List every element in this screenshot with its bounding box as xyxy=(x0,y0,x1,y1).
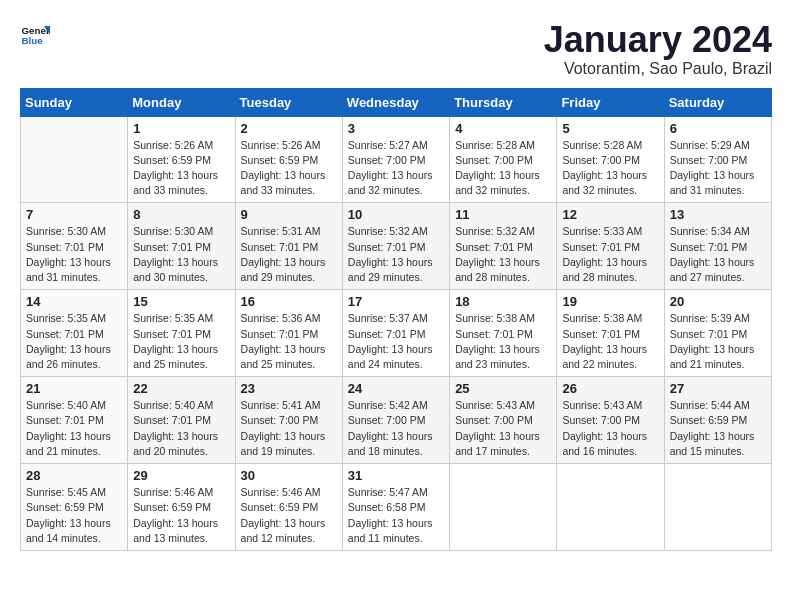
day-number: 17 xyxy=(348,294,444,309)
day-detail: Sunrise: 5:38 AM Sunset: 7:01 PM Dayligh… xyxy=(562,311,658,372)
day-number: 29 xyxy=(133,468,229,483)
day-number: 26 xyxy=(562,381,658,396)
calendar-cell xyxy=(21,116,128,203)
day-number: 13 xyxy=(670,207,766,222)
calendar-cell: 6Sunrise: 5:29 AM Sunset: 7:00 PM Daylig… xyxy=(664,116,771,203)
day-detail: Sunrise: 5:28 AM Sunset: 7:00 PM Dayligh… xyxy=(455,138,551,199)
calendar-header-row: SundayMondayTuesdayWednesdayThursdayFrid… xyxy=(21,88,772,116)
day-detail: Sunrise: 5:43 AM Sunset: 7:00 PM Dayligh… xyxy=(562,398,658,459)
day-detail: Sunrise: 5:44 AM Sunset: 6:59 PM Dayligh… xyxy=(670,398,766,459)
day-detail: Sunrise: 5:43 AM Sunset: 7:00 PM Dayligh… xyxy=(455,398,551,459)
day-detail: Sunrise: 5:34 AM Sunset: 7:01 PM Dayligh… xyxy=(670,224,766,285)
calendar-cell: 3Sunrise: 5:27 AM Sunset: 7:00 PM Daylig… xyxy=(342,116,449,203)
calendar-cell: 19Sunrise: 5:38 AM Sunset: 7:01 PM Dayli… xyxy=(557,290,664,377)
svg-text:Blue: Blue xyxy=(22,35,44,46)
month-title: January 2024 xyxy=(544,20,772,60)
calendar-cell: 5Sunrise: 5:28 AM Sunset: 7:00 PM Daylig… xyxy=(557,116,664,203)
column-header-saturday: Saturday xyxy=(664,88,771,116)
calendar-week-3: 14Sunrise: 5:35 AM Sunset: 7:01 PM Dayli… xyxy=(21,290,772,377)
day-detail: Sunrise: 5:29 AM Sunset: 7:00 PM Dayligh… xyxy=(670,138,766,199)
calendar-cell: 12Sunrise: 5:33 AM Sunset: 7:01 PM Dayli… xyxy=(557,203,664,290)
day-number: 25 xyxy=(455,381,551,396)
day-number: 12 xyxy=(562,207,658,222)
day-detail: Sunrise: 5:26 AM Sunset: 6:59 PM Dayligh… xyxy=(241,138,337,199)
calendar-table: SundayMondayTuesdayWednesdayThursdayFrid… xyxy=(20,88,772,551)
day-detail: Sunrise: 5:47 AM Sunset: 6:58 PM Dayligh… xyxy=(348,485,444,546)
column-header-tuesday: Tuesday xyxy=(235,88,342,116)
calendar-cell: 10Sunrise: 5:32 AM Sunset: 7:01 PM Dayli… xyxy=(342,203,449,290)
title-area: January 2024 Votorantim, Sao Paulo, Braz… xyxy=(544,20,772,78)
calendar-cell xyxy=(664,464,771,551)
day-detail: Sunrise: 5:35 AM Sunset: 7:01 PM Dayligh… xyxy=(26,311,122,372)
day-number: 14 xyxy=(26,294,122,309)
calendar-week-2: 7Sunrise: 5:30 AM Sunset: 7:01 PM Daylig… xyxy=(21,203,772,290)
day-number: 20 xyxy=(670,294,766,309)
calendar-cell: 17Sunrise: 5:37 AM Sunset: 7:01 PM Dayli… xyxy=(342,290,449,377)
day-detail: Sunrise: 5:32 AM Sunset: 7:01 PM Dayligh… xyxy=(455,224,551,285)
day-detail: Sunrise: 5:27 AM Sunset: 7:00 PM Dayligh… xyxy=(348,138,444,199)
calendar-cell: 24Sunrise: 5:42 AM Sunset: 7:00 PM Dayli… xyxy=(342,377,449,464)
day-number: 1 xyxy=(133,121,229,136)
day-number: 6 xyxy=(670,121,766,136)
day-detail: Sunrise: 5:42 AM Sunset: 7:00 PM Dayligh… xyxy=(348,398,444,459)
day-detail: Sunrise: 5:32 AM Sunset: 7:01 PM Dayligh… xyxy=(348,224,444,285)
day-number: 24 xyxy=(348,381,444,396)
day-number: 22 xyxy=(133,381,229,396)
day-detail: Sunrise: 5:40 AM Sunset: 7:01 PM Dayligh… xyxy=(26,398,122,459)
day-number: 8 xyxy=(133,207,229,222)
location-subtitle: Votorantim, Sao Paulo, Brazil xyxy=(544,60,772,78)
calendar-cell: 28Sunrise: 5:45 AM Sunset: 6:59 PM Dayli… xyxy=(21,464,128,551)
day-number: 30 xyxy=(241,468,337,483)
calendar-cell: 13Sunrise: 5:34 AM Sunset: 7:01 PM Dayli… xyxy=(664,203,771,290)
calendar-cell: 15Sunrise: 5:35 AM Sunset: 7:01 PM Dayli… xyxy=(128,290,235,377)
day-number: 2 xyxy=(241,121,337,136)
day-number: 4 xyxy=(455,121,551,136)
column-header-wednesday: Wednesday xyxy=(342,88,449,116)
day-detail: Sunrise: 5:31 AM Sunset: 7:01 PM Dayligh… xyxy=(241,224,337,285)
day-detail: Sunrise: 5:40 AM Sunset: 7:01 PM Dayligh… xyxy=(133,398,229,459)
day-number: 3 xyxy=(348,121,444,136)
calendar-cell: 31Sunrise: 5:47 AM Sunset: 6:58 PM Dayli… xyxy=(342,464,449,551)
calendar-cell: 1Sunrise: 5:26 AM Sunset: 6:59 PM Daylig… xyxy=(128,116,235,203)
calendar-cell: 20Sunrise: 5:39 AM Sunset: 7:01 PM Dayli… xyxy=(664,290,771,377)
logo: General Blue xyxy=(20,20,50,50)
day-detail: Sunrise: 5:26 AM Sunset: 6:59 PM Dayligh… xyxy=(133,138,229,199)
calendar-cell: 11Sunrise: 5:32 AM Sunset: 7:01 PM Dayli… xyxy=(450,203,557,290)
calendar-week-4: 21Sunrise: 5:40 AM Sunset: 7:01 PM Dayli… xyxy=(21,377,772,464)
day-number: 11 xyxy=(455,207,551,222)
calendar-cell: 30Sunrise: 5:46 AM Sunset: 6:59 PM Dayli… xyxy=(235,464,342,551)
calendar-body: 1Sunrise: 5:26 AM Sunset: 6:59 PM Daylig… xyxy=(21,116,772,550)
day-detail: Sunrise: 5:28 AM Sunset: 7:00 PM Dayligh… xyxy=(562,138,658,199)
day-number: 19 xyxy=(562,294,658,309)
calendar-cell xyxy=(450,464,557,551)
day-detail: Sunrise: 5:37 AM Sunset: 7:01 PM Dayligh… xyxy=(348,311,444,372)
calendar-cell: 14Sunrise: 5:35 AM Sunset: 7:01 PM Dayli… xyxy=(21,290,128,377)
day-detail: Sunrise: 5:39 AM Sunset: 7:01 PM Dayligh… xyxy=(670,311,766,372)
calendar-cell: 26Sunrise: 5:43 AM Sunset: 7:00 PM Dayli… xyxy=(557,377,664,464)
day-number: 28 xyxy=(26,468,122,483)
logo-icon: General Blue xyxy=(20,20,50,50)
calendar-cell: 22Sunrise: 5:40 AM Sunset: 7:01 PM Dayli… xyxy=(128,377,235,464)
calendar-week-1: 1Sunrise: 5:26 AM Sunset: 6:59 PM Daylig… xyxy=(21,116,772,203)
column-header-sunday: Sunday xyxy=(21,88,128,116)
day-number: 31 xyxy=(348,468,444,483)
day-detail: Sunrise: 5:46 AM Sunset: 6:59 PM Dayligh… xyxy=(133,485,229,546)
day-detail: Sunrise: 5:36 AM Sunset: 7:01 PM Dayligh… xyxy=(241,311,337,372)
day-number: 23 xyxy=(241,381,337,396)
calendar-cell: 21Sunrise: 5:40 AM Sunset: 7:01 PM Dayli… xyxy=(21,377,128,464)
calendar-cell: 8Sunrise: 5:30 AM Sunset: 7:01 PM Daylig… xyxy=(128,203,235,290)
day-number: 16 xyxy=(241,294,337,309)
calendar-cell: 16Sunrise: 5:36 AM Sunset: 7:01 PM Dayli… xyxy=(235,290,342,377)
calendar-cell: 9Sunrise: 5:31 AM Sunset: 7:01 PM Daylig… xyxy=(235,203,342,290)
calendar-cell xyxy=(557,464,664,551)
day-detail: Sunrise: 5:41 AM Sunset: 7:00 PM Dayligh… xyxy=(241,398,337,459)
day-number: 21 xyxy=(26,381,122,396)
calendar-cell: 27Sunrise: 5:44 AM Sunset: 6:59 PM Dayli… xyxy=(664,377,771,464)
day-number: 15 xyxy=(133,294,229,309)
day-detail: Sunrise: 5:30 AM Sunset: 7:01 PM Dayligh… xyxy=(133,224,229,285)
column-header-monday: Monday xyxy=(128,88,235,116)
calendar-cell: 23Sunrise: 5:41 AM Sunset: 7:00 PM Dayli… xyxy=(235,377,342,464)
day-detail: Sunrise: 5:45 AM Sunset: 6:59 PM Dayligh… xyxy=(26,485,122,546)
column-header-friday: Friday xyxy=(557,88,664,116)
calendar-cell: 7Sunrise: 5:30 AM Sunset: 7:01 PM Daylig… xyxy=(21,203,128,290)
